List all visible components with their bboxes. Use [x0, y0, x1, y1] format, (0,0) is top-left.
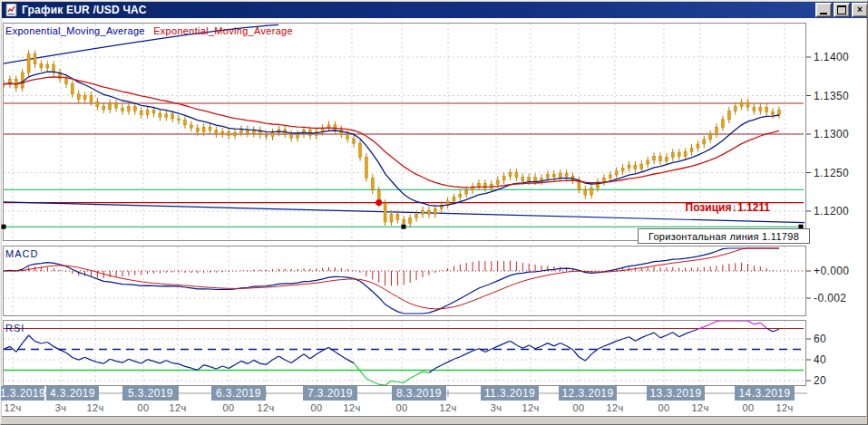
position-label: Позиция [686, 201, 732, 214]
maximize-button[interactable] [834, 3, 850, 17]
minimize-button[interactable] [815, 3, 832, 17]
chart-app-icon [5, 4, 18, 16]
legend-ema-red: Exponential_Moving_Average [153, 25, 293, 36]
position-annotation[interactable]: Позиция↓1.1211 [581, 200, 770, 214]
rsi-panel[interactable] [3, 320, 806, 386]
window-bottom-strip [2, 416, 866, 425]
minimize-icon [820, 13, 827, 14]
close-icon: × [857, 5, 863, 14]
title-bar[interactable]: График EUR /USD ЧАС × [2, 2, 868, 18]
maximize-icon [837, 5, 846, 14]
chart-window: График EUR /USD ЧАС × 1.14001.13501.1300… [0, 0, 868, 425]
indicator-legend: Exponential_Moving_Average Exponential_M… [5, 25, 293, 36]
macd-label: MACD [5, 248, 38, 259]
window-title: График EUR /USD ЧАС [22, 4, 147, 16]
position-price: 1.1211 [737, 201, 770, 214]
macd-panel[interactable] [3, 246, 806, 316]
rsi-label: RSI [5, 323, 24, 333]
horizontal-line-label: Горизонтальная линия 1.11798 [638, 228, 810, 244]
legend-ema-blue: Exponential_Moving_Average [5, 25, 145, 36]
close-button[interactable]: × [852, 3, 868, 17]
